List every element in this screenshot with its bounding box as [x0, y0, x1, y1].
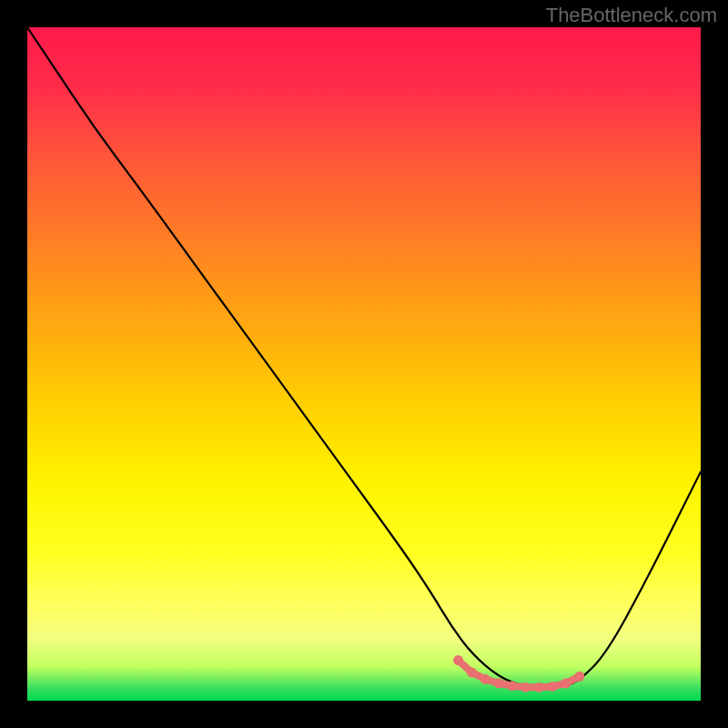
optimal-range-dot: [467, 667, 477, 677]
optimal-range-dot: [480, 674, 490, 684]
watermark-text: TheBottleneck.com: [546, 4, 717, 27]
optimal-range-dot: [561, 678, 571, 688]
optimal-range-dot: [494, 678, 504, 688]
optimal-range-dot: [548, 682, 558, 692]
optimal-range-dot: [453, 655, 463, 665]
bottleneck-curve: [27, 27, 701, 687]
optimal-range-dot: [521, 682, 531, 693]
chart-svg: [27, 27, 701, 701]
optimal-range-dot: [574, 672, 584, 682]
optimal-range-dot: [507, 681, 517, 691]
plot-area: [27, 27, 701, 701]
optimal-range-markers: [453, 655, 584, 693]
optimal-range-dot: [534, 682, 544, 693]
